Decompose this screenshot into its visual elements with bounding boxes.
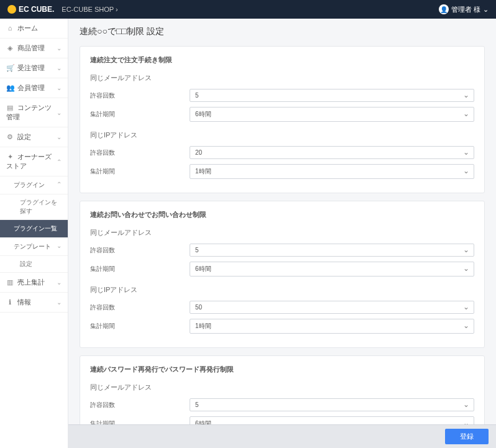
form-row: 集計期間6時間 xyxy=(90,107,474,122)
chevron-down-icon: ⌄ xyxy=(57,242,62,251)
chevron-down-icon: ⌄ xyxy=(483,6,489,14)
form-row: 集計期間1時間 xyxy=(90,164,474,179)
sub-section-heading: 同じIPアドレス xyxy=(90,130,474,140)
select-wrap: 20 xyxy=(190,146,474,159)
sidebar-item-plugin-search[interactable]: プラグインを探す xyxy=(0,194,68,220)
form-label: 許容回数 xyxy=(90,149,183,157)
sidebar-item-setting[interactable]: ⚙設定 ⌄ xyxy=(0,127,68,147)
chevron-up-icon: ⌃ xyxy=(57,158,62,165)
logo: EC CUBE. xyxy=(7,5,54,14)
chevron-up-icon: ⌃ xyxy=(57,181,62,190)
sidebar-item-home[interactable]: ⌂ホーム xyxy=(0,19,68,39)
save-button[interactable]: 登録 xyxy=(445,429,489,444)
page-title: 連続○○で□□制限 設定 xyxy=(80,26,485,37)
form-row: 集計期間1時間 xyxy=(90,319,474,334)
chevron-down-icon: ⌄ xyxy=(57,279,62,286)
select-field[interactable]: 1時間 xyxy=(190,319,474,334)
sub-section-heading: 同じメールアドレス xyxy=(90,73,474,83)
sidebar-item-content[interactable]: ▤コンテンツ管理 ⌄ xyxy=(0,98,68,127)
avatar-icon: 👤 xyxy=(439,4,449,14)
sidebar-item-owners-store[interactable]: ✦オーナーズストア ⌃ xyxy=(0,147,68,176)
section-title: 連続お問い合わせでお問い合わせ制限 xyxy=(90,210,474,219)
section-title: 連続注文で注文手続き制限 xyxy=(90,55,474,65)
users-icon: 👥 xyxy=(6,84,14,92)
sidebar: ⌂ホーム ◈商品管理 ⌄ 🛒受注管理 ⌄ 👥会員管理 ⌄ ▤コンテンツ管理 ⌄ … xyxy=(0,19,68,448)
form-label: 集計期間 xyxy=(90,167,183,176)
chevron-down-icon: ⌄ xyxy=(57,65,62,71)
chevron-down-icon: ⌄ xyxy=(57,109,62,116)
form-row: 許容回数20 xyxy=(90,146,474,159)
form-label: 集計期間 xyxy=(90,110,183,119)
chevron-down-icon: ⌄ xyxy=(57,299,62,306)
sidebar-item-order[interactable]: 🛒受注管理 ⌄ xyxy=(0,58,68,78)
chart-icon: ▥ xyxy=(6,278,14,286)
sub-section-heading: 同じメールアドレス xyxy=(90,383,474,392)
select-wrap: 1時間 xyxy=(190,319,474,334)
header-left: EC CUBE. EC-CUBE SHOP › xyxy=(7,5,118,14)
home-icon: ⌂ xyxy=(6,24,14,32)
settings-card: 連続注文で注文手続き制限同じメールアドレス許容回数5集計期間6時間同じIPアドレ… xyxy=(80,46,485,193)
section-title: 連続パスワード再発行でパスワード再発行制限 xyxy=(90,365,474,374)
top-header: EC CUBE. EC-CUBE SHOP › 👤 管理者 様 ⌄ xyxy=(0,0,496,19)
select-field[interactable]: 6時間 xyxy=(190,262,474,277)
select-field[interactable]: 50 xyxy=(190,301,474,314)
form-label: 許容回数 xyxy=(90,303,183,312)
select-field[interactable]: 6時間 xyxy=(190,107,474,122)
sidebar-item-setting-sub[interactable]: 設定 xyxy=(0,256,68,273)
form-row: 集計期間6時間 xyxy=(90,262,474,277)
select-field[interactable]: 1時間 xyxy=(190,164,474,179)
form-label: 許容回数 xyxy=(90,401,183,409)
sub-section-heading: 同じIPアドレス xyxy=(90,285,474,295)
chevron-down-icon: ⌄ xyxy=(57,134,62,140)
chevron-down-icon: ⌄ xyxy=(57,85,62,91)
form-label: 許容回数 xyxy=(90,246,183,255)
chevron-right-icon: › xyxy=(116,6,118,13)
select-wrap: 6時間 xyxy=(190,262,474,277)
select-field[interactable]: 5 xyxy=(190,244,474,257)
form-label: 集計期間 xyxy=(90,322,183,331)
puzzle-icon: ✦ xyxy=(6,153,14,161)
footer-bar: 登録 xyxy=(68,424,496,448)
sidebar-item-plugin-list[interactable]: プラグイン一覧 xyxy=(0,220,68,238)
gear-icon: ⚙ xyxy=(6,133,14,141)
tag-icon: ◈ xyxy=(6,44,14,52)
main-content: 連続○○で□□制限 設定 連続注文で注文手続き制限同じメールアドレス許容回数5集… xyxy=(68,19,496,448)
select-field[interactable]: 5 xyxy=(190,398,474,411)
select-wrap: 50 xyxy=(190,301,474,314)
select-wrap: 5 xyxy=(190,398,474,411)
form-row: 許容回数5 xyxy=(90,89,474,102)
sidebar-item-member[interactable]: 👥会員管理 ⌄ xyxy=(0,78,68,98)
sidebar-item-plugin[interactable]: プラグイン ⌃ xyxy=(0,176,68,194)
select-wrap: 1時間 xyxy=(190,164,474,179)
select-wrap: 5 xyxy=(190,89,474,102)
logo-text: EC CUBE. xyxy=(19,5,54,14)
settings-card: 連続お問い合わせでお問い合わせ制限同じメールアドレス許容回数5集計期間6時間同じ… xyxy=(80,201,485,348)
chevron-down-icon: ⌄ xyxy=(57,45,62,52)
form-row: 許容回数5 xyxy=(90,244,474,257)
shop-name-link[interactable]: EC-CUBE SHOP › xyxy=(62,6,117,13)
sidebar-item-sales[interactable]: ▥売上集計 ⌄ xyxy=(0,273,68,293)
user-menu[interactable]: 👤 管理者 様 ⌄ xyxy=(439,4,489,14)
form-label: 集計期間 xyxy=(90,265,183,273)
form-label: 許容回数 xyxy=(90,91,183,100)
logo-icon xyxy=(7,5,16,14)
select-field[interactable]: 20 xyxy=(190,146,474,159)
sidebar-item-info[interactable]: ℹ情報 ⌄ xyxy=(0,293,68,313)
select-wrap: 5 xyxy=(190,244,474,257)
form-row: 許容回数5 xyxy=(90,398,474,411)
sidebar-item-template[interactable]: テンプレート ⌄ xyxy=(0,238,68,256)
user-label: 管理者 様 xyxy=(451,5,480,14)
cart-icon: 🛒 xyxy=(6,64,14,72)
sidebar-item-product[interactable]: ◈商品管理 ⌄ xyxy=(0,39,68,58)
sub-section-heading: 同じメールアドレス xyxy=(90,228,474,237)
select-wrap: 6時間 xyxy=(190,107,474,122)
info-icon: ℹ xyxy=(6,298,14,306)
file-icon: ▤ xyxy=(6,104,14,112)
form-row: 許容回数50 xyxy=(90,301,474,314)
select-field[interactable]: 5 xyxy=(190,89,474,102)
